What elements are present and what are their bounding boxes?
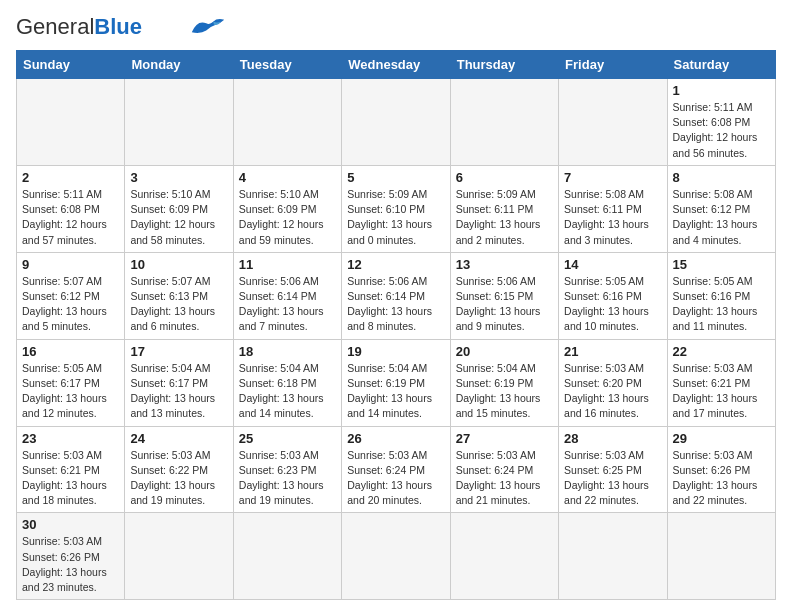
calendar-cell [450, 513, 558, 600]
day-number: 19 [347, 344, 444, 359]
calendar-cell: 16Sunrise: 5:05 AM Sunset: 6:17 PM Dayli… [17, 339, 125, 426]
day-info: Sunrise: 5:05 AM Sunset: 6:17 PM Dayligh… [22, 361, 119, 422]
calendar-week-row: 9Sunrise: 5:07 AM Sunset: 6:12 PM Daylig… [17, 252, 776, 339]
calendar-cell: 10Sunrise: 5:07 AM Sunset: 6:13 PM Dayli… [125, 252, 233, 339]
day-info: Sunrise: 5:10 AM Sunset: 6:09 PM Dayligh… [130, 187, 227, 248]
calendar-cell [17, 79, 125, 166]
calendar-cell: 8Sunrise: 5:08 AM Sunset: 6:12 PM Daylig… [667, 165, 775, 252]
day-info: Sunrise: 5:03 AM Sunset: 6:26 PM Dayligh… [673, 448, 770, 509]
day-info: Sunrise: 5:03 AM Sunset: 6:24 PM Dayligh… [456, 448, 553, 509]
calendar-cell: 6Sunrise: 5:09 AM Sunset: 6:11 PM Daylig… [450, 165, 558, 252]
day-number: 28 [564, 431, 661, 446]
calendar-header-saturday: Saturday [667, 51, 775, 79]
calendar-cell: 14Sunrise: 5:05 AM Sunset: 6:16 PM Dayli… [559, 252, 667, 339]
calendar-cell [125, 79, 233, 166]
day-number: 24 [130, 431, 227, 446]
calendar: SundayMondayTuesdayWednesdayThursdayFrid… [16, 50, 776, 600]
day-info: Sunrise: 5:03 AM Sunset: 6:23 PM Dayligh… [239, 448, 336, 509]
day-number: 12 [347, 257, 444, 272]
day-info: Sunrise: 5:06 AM Sunset: 6:14 PM Dayligh… [239, 274, 336, 335]
day-info: Sunrise: 5:03 AM Sunset: 6:22 PM Dayligh… [130, 448, 227, 509]
logo-bird-icon [190, 16, 226, 36]
day-number: 26 [347, 431, 444, 446]
calendar-cell [559, 79, 667, 166]
day-info: Sunrise: 5:05 AM Sunset: 6:16 PM Dayligh… [564, 274, 661, 335]
day-info: Sunrise: 5:05 AM Sunset: 6:16 PM Dayligh… [673, 274, 770, 335]
day-number: 22 [673, 344, 770, 359]
day-number: 14 [564, 257, 661, 272]
calendar-cell: 5Sunrise: 5:09 AM Sunset: 6:10 PM Daylig… [342, 165, 450, 252]
calendar-cell: 22Sunrise: 5:03 AM Sunset: 6:21 PM Dayli… [667, 339, 775, 426]
calendar-cell: 9Sunrise: 5:07 AM Sunset: 6:12 PM Daylig… [17, 252, 125, 339]
day-info: Sunrise: 5:06 AM Sunset: 6:14 PM Dayligh… [347, 274, 444, 335]
calendar-cell [559, 513, 667, 600]
day-info: Sunrise: 5:03 AM Sunset: 6:20 PM Dayligh… [564, 361, 661, 422]
calendar-cell: 24Sunrise: 5:03 AM Sunset: 6:22 PM Dayli… [125, 426, 233, 513]
day-info: Sunrise: 5:03 AM Sunset: 6:26 PM Dayligh… [22, 534, 119, 595]
day-info: Sunrise: 5:08 AM Sunset: 6:12 PM Dayligh… [673, 187, 770, 248]
day-info: Sunrise: 5:11 AM Sunset: 6:08 PM Dayligh… [673, 100, 770, 161]
day-number: 1 [673, 83, 770, 98]
calendar-cell: 17Sunrise: 5:04 AM Sunset: 6:17 PM Dayli… [125, 339, 233, 426]
calendar-cell [342, 79, 450, 166]
calendar-cell: 26Sunrise: 5:03 AM Sunset: 6:24 PM Dayli… [342, 426, 450, 513]
calendar-cell: 1Sunrise: 5:11 AM Sunset: 6:08 PM Daylig… [667, 79, 775, 166]
logo: GeneralBlue [16, 16, 226, 38]
day-number: 20 [456, 344, 553, 359]
calendar-cell: 29Sunrise: 5:03 AM Sunset: 6:26 PM Dayli… [667, 426, 775, 513]
calendar-header-row: SundayMondayTuesdayWednesdayThursdayFrid… [17, 51, 776, 79]
day-info: Sunrise: 5:03 AM Sunset: 6:24 PM Dayligh… [347, 448, 444, 509]
calendar-header-wednesday: Wednesday [342, 51, 450, 79]
calendar-cell: 18Sunrise: 5:04 AM Sunset: 6:18 PM Dayli… [233, 339, 341, 426]
day-number: 7 [564, 170, 661, 185]
calendar-cell: 21Sunrise: 5:03 AM Sunset: 6:20 PM Dayli… [559, 339, 667, 426]
day-info: Sunrise: 5:10 AM Sunset: 6:09 PM Dayligh… [239, 187, 336, 248]
calendar-cell: 13Sunrise: 5:06 AM Sunset: 6:15 PM Dayli… [450, 252, 558, 339]
day-number: 3 [130, 170, 227, 185]
calendar-header-tuesday: Tuesday [233, 51, 341, 79]
calendar-week-row: 16Sunrise: 5:05 AM Sunset: 6:17 PM Dayli… [17, 339, 776, 426]
header: GeneralBlue [16, 16, 776, 38]
day-number: 5 [347, 170, 444, 185]
day-number: 21 [564, 344, 661, 359]
calendar-header-monday: Monday [125, 51, 233, 79]
day-number: 29 [673, 431, 770, 446]
calendar-cell: 11Sunrise: 5:06 AM Sunset: 6:14 PM Dayli… [233, 252, 341, 339]
day-number: 4 [239, 170, 336, 185]
calendar-header-sunday: Sunday [17, 51, 125, 79]
day-number: 10 [130, 257, 227, 272]
calendar-cell: 7Sunrise: 5:08 AM Sunset: 6:11 PM Daylig… [559, 165, 667, 252]
day-info: Sunrise: 5:03 AM Sunset: 6:21 PM Dayligh… [22, 448, 119, 509]
calendar-cell: 23Sunrise: 5:03 AM Sunset: 6:21 PM Dayli… [17, 426, 125, 513]
calendar-cell: 19Sunrise: 5:04 AM Sunset: 6:19 PM Dayli… [342, 339, 450, 426]
calendar-cell: 27Sunrise: 5:03 AM Sunset: 6:24 PM Dayli… [450, 426, 558, 513]
day-info: Sunrise: 5:04 AM Sunset: 6:19 PM Dayligh… [456, 361, 553, 422]
calendar-cell [667, 513, 775, 600]
day-number: 30 [22, 517, 119, 532]
day-info: Sunrise: 5:09 AM Sunset: 6:11 PM Dayligh… [456, 187, 553, 248]
day-info: Sunrise: 5:03 AM Sunset: 6:25 PM Dayligh… [564, 448, 661, 509]
day-number: 8 [673, 170, 770, 185]
day-number: 23 [22, 431, 119, 446]
calendar-cell: 2Sunrise: 5:11 AM Sunset: 6:08 PM Daylig… [17, 165, 125, 252]
calendar-cell: 15Sunrise: 5:05 AM Sunset: 6:16 PM Dayli… [667, 252, 775, 339]
day-info: Sunrise: 5:11 AM Sunset: 6:08 PM Dayligh… [22, 187, 119, 248]
day-info: Sunrise: 5:09 AM Sunset: 6:10 PM Dayligh… [347, 187, 444, 248]
day-info: Sunrise: 5:04 AM Sunset: 6:18 PM Dayligh… [239, 361, 336, 422]
calendar-cell [125, 513, 233, 600]
calendar-week-row: 2Sunrise: 5:11 AM Sunset: 6:08 PM Daylig… [17, 165, 776, 252]
calendar-week-row: 1Sunrise: 5:11 AM Sunset: 6:08 PM Daylig… [17, 79, 776, 166]
calendar-cell: 3Sunrise: 5:10 AM Sunset: 6:09 PM Daylig… [125, 165, 233, 252]
day-info: Sunrise: 5:08 AM Sunset: 6:11 PM Dayligh… [564, 187, 661, 248]
day-info: Sunrise: 5:07 AM Sunset: 6:13 PM Dayligh… [130, 274, 227, 335]
day-info: Sunrise: 5:06 AM Sunset: 6:15 PM Dayligh… [456, 274, 553, 335]
day-number: 17 [130, 344, 227, 359]
day-info: Sunrise: 5:03 AM Sunset: 6:21 PM Dayligh… [673, 361, 770, 422]
day-number: 13 [456, 257, 553, 272]
logo-blue: Blue [94, 14, 142, 39]
calendar-header-thursday: Thursday [450, 51, 558, 79]
day-number: 18 [239, 344, 336, 359]
day-number: 25 [239, 431, 336, 446]
day-info: Sunrise: 5:04 AM Sunset: 6:19 PM Dayligh… [347, 361, 444, 422]
day-info: Sunrise: 5:04 AM Sunset: 6:17 PM Dayligh… [130, 361, 227, 422]
